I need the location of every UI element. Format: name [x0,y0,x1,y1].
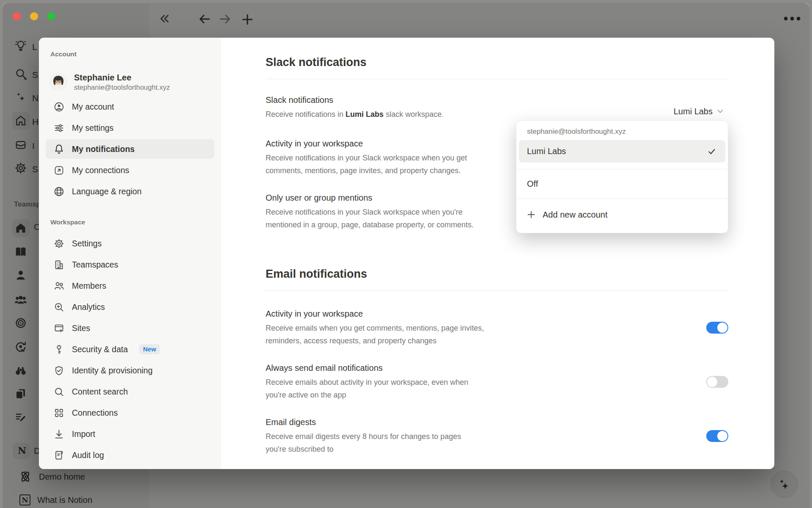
email-always-toggle[interactable] [706,376,728,388]
magnifier-plus-icon [53,301,65,313]
sidebar-item-label: Audit log [72,450,104,460]
slack-workspace-dropdown[interactable]: Lumi Labs [674,104,724,119]
setting-description: Receive notifications in your Slack work… [266,206,474,231]
sidebar-item-label: Sites [72,323,90,333]
workspace-name: Lumi Labs [346,110,384,119]
members-icon [53,280,65,292]
screen: L S N H I S Teamspaces C [0,0,812,508]
sidebar-item-import[interactable]: Import [46,424,214,444]
sidebar-item-audit-log[interactable]: Audit log [46,445,214,465]
option-label: Off [527,179,538,189]
minimize-window-button[interactable] [30,12,38,20]
email-activity-toggle[interactable] [706,322,728,334]
dropdown-option-off[interactable]: Off [516,169,728,199]
sidebar-item-label: My connections [72,166,129,175]
download-icon [53,428,65,440]
new-badge: New [139,344,160,354]
user-name: Stephanie Lee [74,72,170,83]
settings-content: Slack notifications Slack notifications … [221,38,774,469]
close-window-button[interactable] [13,12,21,20]
sidebar-item-my-settings[interactable]: My settings [46,118,214,138]
app-window: L S N H I S Teamspaces C [3,3,809,508]
sidebar-item-label: My settings [72,123,114,133]
toggle-knob [707,377,717,387]
divider [266,79,728,79]
desc-text: slack workspace. [384,110,444,119]
sidebar-item-label: Analytics [72,302,105,312]
workspace-section-label: Workspace [39,218,221,227]
scroll-icon [53,450,65,461]
slack-section-heading: Slack notifications [266,55,728,70]
dropdown-option-lumi-labs[interactable]: Lumi Labs [519,140,725,163]
email-section-heading: Email notifications [266,266,728,282]
sidebar-item-label: My notifications [72,144,134,154]
toggle-knob [717,323,727,333]
person-circle-icon [53,101,65,113]
setting-description: Receive emails about activity in your wo… [266,376,468,401]
setting-description: Receive email digests every 8 hours for … [266,430,461,456]
sidebar-item-label: Connections [72,408,118,418]
setting-title: Email digests [266,417,461,428]
desc-text: Receive notifications in [266,110,346,119]
setting-title: Activity in your workspace [266,138,467,149]
sidebar-item-my-notifications[interactable]: My notifications [46,139,214,159]
arrow-up-right-square-icon [53,165,65,176]
shield-check-icon [53,365,65,376]
setting-title: Always send email notifications [266,362,468,373]
sidebar-item-settings[interactable]: Settings [46,234,214,253]
email-activity-row: Activity in your workspace Receive email… [266,308,728,347]
sliders-icon [53,122,65,134]
key-icon [53,344,65,355]
plus-icon [527,210,536,219]
sidebar-item-members[interactable]: Members [46,276,214,295]
sidebar-item-language-region[interactable]: Language & region [46,182,214,201]
sidebar-item-label: Content search [72,387,128,397]
setting-title: Only user or group mentions [266,192,474,203]
sidebar-item-identity-provisioning[interactable]: Identity & provisioning [46,361,214,380]
setting-title: Slack notifications [266,94,444,105]
sidebar-item-label: Import [72,429,95,439]
sidebar-item-my-connections[interactable]: My connections [46,160,214,180]
sidebar-item-label: Members [72,281,106,291]
zoom-window-button[interactable] [47,12,55,20]
workspace-dropdown-menu: stephanie@toolsforthought.xyz Lumi Labs … [516,120,728,233]
avatar [49,73,67,91]
account-user[interactable]: Stephanie Lee stephanie@toolsforthought.… [49,70,221,94]
sidebar-item-sites[interactable]: Sites [46,318,214,338]
divider [266,290,728,291]
sidebar-item-label: Settings [72,239,102,248]
slack-workspace-row: Slack notifications Receive notification… [266,94,728,121]
account-menu: My account My settings My notifications … [39,97,221,201]
option-label: Add new account [543,210,607,220]
sidebar-item-security-data[interactable]: Security & data New [46,340,214,359]
settings-dialog: Account Stephanie Lee stephanie@toolsfor… [39,38,774,469]
bell-icon [53,144,65,155]
sidebar-item-teamspaces[interactable]: Teamspaces [46,255,214,274]
chevron-down-icon [716,108,724,115]
magnifier-icon [53,386,65,398]
gear-icon [53,238,65,249]
settings-sidebar: Account Stephanie Lee stephanie@toolsfor… [39,38,221,469]
window-controls [13,12,55,20]
sidebar-item-my-account[interactable]: My account [46,97,214,116]
browser-cursor-icon [53,323,65,334]
grid-icon [53,407,65,419]
user-email: stephanie@toolsforthought.xyz [74,83,170,92]
dropdown-account-header: stephanie@toolsforthought.xyz [516,121,728,140]
email-digests-toggle[interactable] [706,430,728,442]
account-section-label: Account [39,50,221,59]
sidebar-item-content-search[interactable]: Content search [46,382,214,401]
building-icon [53,259,65,271]
sidebar-item-label: My account [72,102,114,112]
sidebar-item-label: Security & data [72,345,128,354]
sidebar-item-label: Identity & provisioning [72,366,153,375]
add-new-account-option[interactable]: Add new account [516,199,728,230]
setting-description: Receive notifications in your Slack work… [266,152,467,177]
globe-icon [53,186,65,197]
sidebar-item-connections[interactable]: Connections [46,403,214,422]
dropdown-value: Lumi Labs [674,107,713,116]
workspace-menu: Settings Teamspaces Members Analytics [39,234,221,465]
sidebar-item-label: Language & region [72,187,142,196]
option-label: Lumi Labs [527,146,566,156]
sidebar-item-analytics[interactable]: Analytics [46,297,214,317]
